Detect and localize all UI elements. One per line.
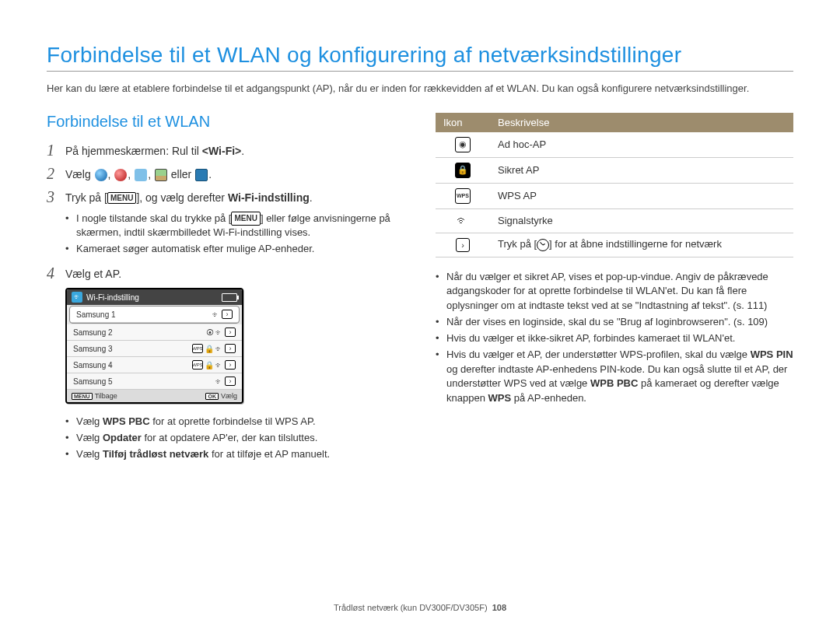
ap-row[interactable]: Samsung 2 ⦿ᯤ› [67, 324, 242, 341]
lock-icon: 🔒 [205, 345, 214, 353]
page-number: 108 [492, 603, 506, 612]
list-item: Vælg Opdater for at opdatere AP'er, der … [65, 431, 404, 446]
chevron-right-icon: › [456, 238, 470, 252]
table-row: ᯤ Signalstyrke [436, 208, 793, 233]
list-item: Hvis du vælger et ikke-sikret AP, forbin… [436, 331, 793, 346]
step3-bullet: Kameraet søger automatisk efter mulige A… [65, 242, 404, 257]
ap-name: Samsung 4 [73, 361, 113, 370]
table-header-desc: Beskrivelse [490, 113, 793, 132]
list-item: Vælg Tilføj trådløst netværk for at tilf… [65, 447, 404, 462]
table-cell: Sikret AP [490, 157, 793, 183]
table-cell: Ad hoc-AP [490, 132, 793, 158]
right-column: Ikon Beskrivelse ◉ Ad hoc-AP 🔒 Sikret AP… [436, 113, 793, 470]
step-number: 2 [47, 165, 65, 182]
step-1: 1 På hjemmeskærmen: Rul til <Wi-Fi>. [47, 142, 404, 159]
back-label[interactable]: MENUTilbage [72, 392, 117, 400]
menu-icon: MENU [231, 212, 260, 226]
table-row: 🔒 Sikret AP [436, 157, 793, 183]
cloud-icon [135, 169, 147, 181]
chevron-right-icon: › [225, 377, 236, 386]
wps-icon: WPS [455, 188, 471, 204]
table-row: WPS WPS AP [436, 183, 793, 208]
step2-text: Vælg [65, 168, 94, 180]
section-heading: Forbindelse til et WLAN [47, 113, 404, 131]
step-number: 3 [47, 188, 65, 205]
signal-icon: ᯤ [215, 361, 223, 370]
ap-row[interactable]: Samsung 4 WPS🔒ᯤ› [67, 357, 242, 373]
signal-icon: ᯤ [457, 214, 469, 227]
signal-icon: ᯤ [212, 310, 220, 319]
step-4: 4 Vælg et AP. [47, 264, 404, 282]
table-cell: WPS AP [490, 183, 793, 208]
step-2: 2 Vælg , , , eller . [47, 165, 404, 182]
step4-text: Vælg et AP. [65, 264, 404, 280]
wps-icon: WPS [192, 360, 203, 370]
screenshot-footer: MENUTilbage OKVælg [67, 390, 242, 402]
after-screenshot-bullets: Vælg WPS PBC for at oprette forbindelse … [47, 415, 404, 462]
ok-keycap: OK [205, 393, 219, 400]
left-column: Forbindelse til et WLAN 1 På hjemmeskærm… [47, 113, 404, 470]
screenshot-header: ᯤ Wi-Fi-indstilling [67, 289, 242, 305]
step1-text: På hjemmeskærmen: Rul til [65, 145, 202, 157]
step-number: 1 [47, 142, 65, 159]
page-footer: Trådløst netværk (kun DV300F/DV305F) 108 [0, 603, 840, 612]
title-rule [47, 71, 793, 72]
step3-bullets: I nogle tilstande skal du trykke på [MEN… [47, 212, 404, 257]
lock-icon: 🔒 [455, 163, 471, 178]
ap-row[interactable]: Samsung 1 ᯤ› [70, 306, 239, 323]
adhoc-icon: ⦿ [206, 328, 214, 337]
list-item: Vælg WPS PBC for at oprette forbindelse … [65, 415, 404, 429]
step1-bold: <Wi-Fi> [202, 145, 241, 157]
signal-icon: ᯤ [215, 377, 223, 386]
signal-icon: ᯤ [215, 345, 223, 353]
clock-icon [537, 239, 549, 251]
wifi-icon: ᯤ [72, 292, 82, 303]
photo-icon [155, 169, 167, 181]
ap-name: Samsung 5 [73, 377, 113, 386]
step-3: 3 Tryk på [MENU], og vælg derefter Wi-Fi… [47, 188, 404, 205]
lock-icon: 🔒 [205, 361, 214, 370]
menu-keycap: MENU [72, 393, 93, 400]
right-bullets: Når du vælger et sikret AP, vises et pop… [436, 270, 793, 407]
adhoc-icon: ◉ [455, 137, 471, 152]
step3-bold: Wi-Fi-indstilling [228, 191, 310, 204]
ap-name: Samsung 3 [73, 345, 113, 353]
table-cell: Tryk på [] for at åbne indstillingerne f… [490, 233, 793, 257]
chevron-right-icon: › [225, 328, 236, 337]
signal-icon: ᯤ [215, 328, 223, 337]
table-row: ◉ Ad hoc-AP [436, 132, 793, 158]
table-cell: Signalstyrke [490, 208, 793, 233]
table-row: › Tryk på [] for at åbne indstillingerne… [436, 233, 793, 257]
step3-bullet: I nogle tilstande skal du trykke på [MEN… [65, 212, 404, 241]
icon-description-table: Ikon Beskrivelse ◉ Ad hoc-AP 🔒 Sikret AP… [436, 113, 793, 257]
menu-icon: MENU [107, 192, 136, 204]
chevron-right-icon: › [222, 310, 233, 319]
list-item: Hvis du vælger et AP, der understøtter W… [436, 348, 793, 406]
step-number: 4 [47, 264, 65, 282]
battery-icon [222, 293, 237, 302]
list-item: Når der vises en loginside, skal du se "… [436, 315, 793, 330]
screenshot-title: Wi-Fi-indstilling [86, 293, 139, 302]
intro-paragraph: Her kan du lære at etablere forbindelse … [47, 82, 793, 96]
step3-text: Tryk på [ [65, 191, 107, 204]
ap-row[interactable]: Samsung 3 WPS🔒ᯤ› [67, 341, 242, 357]
ap-name: Samsung 2 [73, 328, 113, 337]
tv-icon [195, 169, 208, 181]
footer-text: Trådløst netværk (kun DV300F/DV305F) [334, 603, 488, 612]
select-label[interactable]: OKVælg [205, 392, 237, 400]
record-icon [114, 169, 127, 181]
chevron-right-icon: › [225, 360, 236, 370]
globe-icon [95, 169, 107, 181]
wifi-settings-screenshot: ᯤ Wi-Fi-indstilling Samsung 1 ᯤ› Samsung… [65, 288, 243, 404]
ap-name: Samsung 1 [76, 310, 116, 319]
table-header-icon: Ikon [436, 113, 490, 132]
wps-icon: WPS [192, 344, 203, 353]
chevron-right-icon: › [225, 344, 236, 353]
ap-row[interactable]: Samsung 5 ᯤ› [67, 373, 242, 390]
list-item: Når du vælger et sikret AP, vises et pop… [436, 270, 793, 314]
page-title: Forbindelse til et WLAN og konfigurering… [47, 43, 793, 68]
